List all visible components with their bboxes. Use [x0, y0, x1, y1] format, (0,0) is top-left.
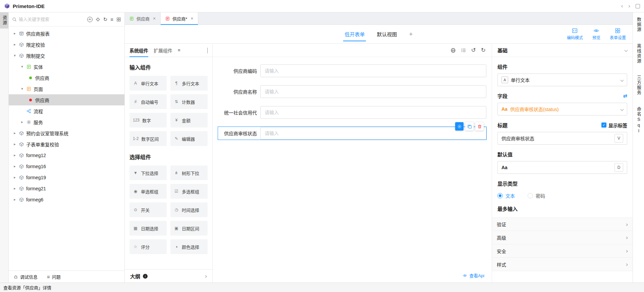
palette-item-time-picker[interactable]: ◷时间选择 [170, 202, 208, 217]
caret-right-icon[interactable]: ▸ [13, 131, 17, 135]
tree-item-formeg6[interactable]: ▸ formeg6 [9, 194, 124, 205]
outline-bar[interactable]: 大纲 i › [125, 269, 212, 283]
caret-right-icon[interactable]: ▸ [20, 120, 24, 124]
form-field-audit-status[interactable]: 供应商审核状态 [218, 127, 486, 140]
tree-item-limit-check[interactable]: ▸ 限定校验 [9, 39, 124, 50]
chevron-down-icon[interactable] [625, 49, 628, 52]
palette-item-checkbox-group[interactable]: ☑多选框组 [170, 184, 208, 199]
caret-right-icon[interactable]: ▸ [13, 42, 17, 47]
palette-item-auto-number[interactable]: #自动编号 [129, 94, 167, 109]
palette-item-multi-line-text[interactable]: ¶多行文本 [170, 76, 208, 91]
palette-item-date-picker[interactable]: ▦日期选择 [129, 221, 167, 236]
tree-node-service[interactable]: ▸ 服务 [9, 116, 124, 128]
caret-down-icon[interactable]: ▾ [20, 87, 24, 91]
ai-icon[interactable]: AI [87, 17, 93, 22]
close-icon[interactable]: × [153, 16, 156, 21]
form-field-credit-code[interactable]: 统一社会信用代 [218, 106, 486, 119]
add-view-button[interactable]: + [409, 31, 413, 38]
field-select[interactable]: Aa 供应商审核状态(status) [497, 103, 627, 115]
caret-right-icon[interactable]: ▸ [13, 31, 17, 36]
palette-tab-extension[interactable]: 扩展组件 [154, 44, 172, 57]
debug-info-button[interactable]: 调试信息 [13, 274, 38, 280]
supplier-name-input[interactable] [260, 85, 486, 98]
form-field-supplier-code[interactable]: 供应商编码 [218, 64, 486, 77]
panel-advanced[interactable]: 高级 › [492, 231, 633, 244]
tree-item-meeting-room-system[interactable]: ▸ 预约会议室管理系统 [9, 128, 124, 139]
caret-right-icon[interactable]: ▸ [13, 153, 17, 157]
caret-right-icon[interactable]: ▸ [13, 197, 17, 202]
supplier-code-input[interactable] [260, 64, 486, 77]
default-value-input[interactable]: Aa D [497, 161, 627, 174]
code-mode-button[interactable]: 编码模式 [567, 28, 583, 40]
undo-icon[interactable]: ↺ [471, 47, 476, 53]
variable-binding-button[interactable]: V [614, 134, 623, 143]
caret-right-icon[interactable]: ▸ [13, 175, 17, 180]
nav-back-icon[interactable]: ‹ [621, 3, 623, 9]
editor-tab-supplier[interactable]: 供应商 × [125, 12, 161, 25]
window-layout-icon[interactable] [636, 4, 640, 8]
sync-field-icon[interactable]: ⇄ [623, 93, 627, 98]
field-delete-button[interactable] [475, 122, 484, 131]
palette-item-number-range[interactable]: 1-2数字区间 [129, 131, 167, 146]
field-settings-button[interactable] [455, 122, 464, 131]
palette-item-single-line-text[interactable]: A单行文本 [129, 76, 167, 91]
view-tab-default-view[interactable]: 默认视图 [377, 31, 397, 38]
dynamic-binding-button[interactable]: D [614, 163, 623, 172]
palette-item-dropdown[interactable]: ▼下拉选择 [129, 165, 167, 180]
component-select[interactable]: A 单行文本 [497, 74, 627, 86]
preview-button[interactable]: 预览 [592, 28, 600, 40]
palette-menu-icon[interactable]: ≡ [178, 48, 180, 53]
editor-tab-supplier-dirty[interactable]: 供应商* × [161, 12, 198, 25]
chevron-down-icon[interactable] [207, 48, 208, 53]
tree-item-subform-duplicate-check[interactable]: ▸ 子表单重复校验 [9, 139, 124, 150]
palette-item-switch[interactable]: ⊙开关 [129, 202, 167, 217]
credit-code-input[interactable] [260, 106, 486, 119]
view-tab-lowcode-form[interactable]: 低开表单 [344, 31, 365, 38]
palette-item-rating[interactable]: ☆评分 [129, 239, 167, 254]
palette-item-color-picker[interactable]: ◑颜色选择 [170, 239, 208, 254]
tree-item-supplier-report[interactable]: ▸ 供应商报表 [9, 28, 124, 39]
locate-icon[interactable] [96, 17, 100, 22]
refresh-icon[interactable]: ↻ [103, 17, 108, 22]
tree-leaf-supplier-page[interactable]: 供应商 [9, 94, 124, 105]
show-label-checkbox[interactable] [601, 123, 606, 128]
sort-icon[interactable]: ≡ [110, 17, 113, 22]
palette-item-amount[interactable]: ¥金额 [170, 113, 208, 128]
palette-item-date-range[interactable]: ▣日期区间 [170, 221, 208, 236]
tree-node-entity[interactable]: ▾ 实体 [9, 61, 124, 72]
tree-item-formeg16[interactable]: ▸ formeg16 [9, 161, 124, 172]
panel-style[interactable]: 样式 › [492, 258, 633, 271]
right-tab-offline-resources[interactable]: 离线资源 [636, 44, 641, 64]
outline-list-icon[interactable] [461, 48, 466, 53]
search-input[interactable] [19, 17, 85, 22]
title-input[interactable] [501, 136, 612, 141]
form-settings-button[interactable]: 表单设置 [610, 28, 626, 40]
form-field-supplier-name[interactable]: 供应商名称 [218, 85, 486, 98]
caret-right-icon[interactable]: ▸ [13, 164, 17, 168]
chevron-right-icon[interactable]: › [205, 273, 207, 279]
properties-header[interactable]: 基础 [492, 44, 633, 57]
tree-item-formeg12[interactable]: ▸ formeg12 [9, 150, 124, 161]
panel-security[interactable]: 安全 › [492, 244, 633, 258]
caret-down-icon[interactable]: ▾ [20, 64, 24, 69]
tree-node-flow[interactable]: ▸ 流程 [9, 105, 124, 116]
tree-item-limit-submit[interactable]: ▾ 限制提交 [9, 50, 124, 61]
caret-right-icon[interactable]: ▸ [13, 142, 17, 146]
field-copy-button[interactable] [465, 122, 474, 131]
palette-item-number[interactable]: 123数字 [129, 113, 167, 128]
palette-item-radio-group[interactable]: ◉单选框组 [129, 184, 167, 199]
palette-item-editor[interactable]: ✎编辑器 [170, 131, 208, 146]
tree-item-formeg19[interactable]: ▸ formeg19 [9, 172, 124, 183]
redo-icon[interactable]: ↻ [481, 47, 486, 53]
right-tab-datasource[interactable]: 数据源 [636, 17, 641, 32]
close-icon[interactable]: × [191, 16, 193, 21]
tree-item-formeg21[interactable]: ▸ formeg21 [9, 183, 124, 194]
audit-status-input[interactable] [260, 127, 486, 140]
palette-item-counter[interactable]: ⇅计数器 [170, 94, 208, 109]
panel-icon[interactable] [116, 17, 121, 22]
radio-password[interactable]: 密码 [528, 192, 545, 199]
caret-down-icon[interactable]: ▾ [13, 53, 17, 58]
radio-text[interactable]: 文本 [497, 192, 515, 199]
palette-tab-system[interactable]: 系统组件 [129, 44, 148, 57]
palette-item-tree-dropdown[interactable]: ⋔树形下拉 [170, 165, 208, 180]
